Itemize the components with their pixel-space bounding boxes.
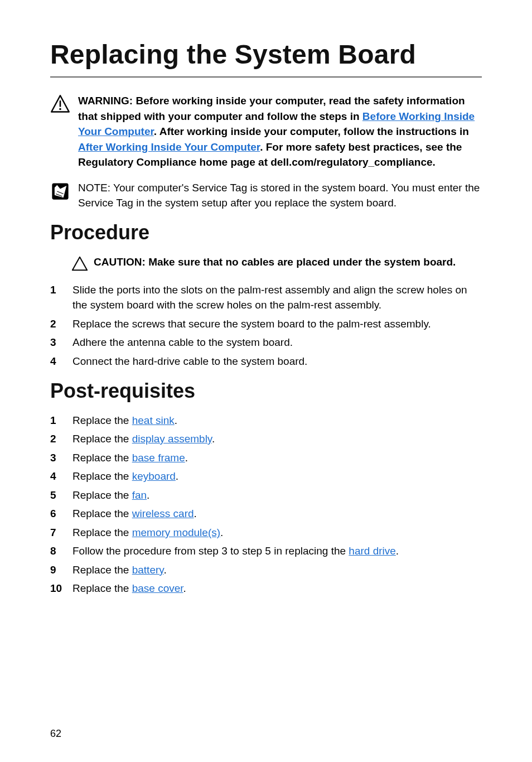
step-text: Replace the base cover. [72, 581, 482, 596]
list-item: 7Replace the memory module(s). [50, 525, 482, 541]
svg-marker-6 [72, 257, 87, 270]
postreq-prefix: Replace the [72, 433, 132, 445]
step-text: Replace the wireless card. [72, 506, 482, 522]
fan-link[interactable]: fan [132, 489, 147, 501]
list-item: 4Replace the keyboard. [50, 469, 482, 484]
list-item: 9Replace the battery. [50, 562, 482, 578]
warning-label: WARNING: [78, 95, 136, 107]
list-item: 6Replace the wireless card. [50, 506, 482, 522]
step-text: Replace the battery. [72, 562, 482, 578]
step-number: 2 [50, 316, 72, 332]
step-number: 3 [50, 335, 72, 350]
warning-callout: WARNING: Before working inside your comp… [50, 93, 482, 170]
period: . [212, 433, 215, 445]
step-text: Replace the keyboard. [72, 469, 482, 484]
page-number: 62 [50, 728, 61, 740]
list-item: 1Slide the ports into the slots on the p… [50, 282, 482, 313]
step-text: Replace the fan. [72, 488, 482, 503]
postreq-prefix: Replace the [72, 508, 132, 519]
step-text: Slide the ports into the slots on the pa… [72, 282, 482, 313]
memory-modules-link[interactable]: memory module(s) [132, 527, 220, 538]
step-text: Replace the screws that secure the syste… [72, 316, 482, 332]
postreq-prefix: Replace the [72, 452, 132, 464]
step-number: 10 [50, 581, 72, 596]
postreq-prefix: Replace the [72, 582, 132, 594]
step-number: 5 [50, 488, 72, 503]
battery-link[interactable]: battery [132, 564, 164, 576]
note-icon [50, 181, 70, 201]
step-text: Adhere the antenna cable to the system b… [72, 335, 482, 350]
step-text: Follow the procedure from step 3 to step… [72, 543, 482, 559]
list-item: 1Replace the heat sink. [50, 413, 482, 428]
step-number: 6 [50, 506, 72, 522]
list-item: 4Connect the hard-drive cable to the sys… [50, 354, 482, 369]
note-callout: NOTE: Your computer's Service Tag is sto… [50, 180, 482, 211]
step-number: 3 [50, 450, 72, 466]
note-label: NOTE: [78, 182, 113, 194]
procedure-list: 1Slide the ports into the slots on the p… [50, 282, 482, 369]
period: . [175, 414, 177, 426]
warning-icon [50, 94, 70, 114]
period: . [396, 545, 399, 557]
caution-icon [71, 255, 88, 272]
caution-text: CAUTION: Make sure that no cables are pl… [94, 254, 482, 270]
list-item: 2Replace the display assembly. [50, 431, 482, 447]
step-text: Replace the heat sink. [72, 413, 482, 428]
list-item: 3Adhere the antenna cable to the system … [50, 335, 482, 350]
postreq-heading: Post-requisites [50, 379, 482, 403]
base-cover-link[interactable]: base cover [132, 582, 183, 594]
postreq-prefix: Replace the [72, 527, 132, 538]
list-item: 10Replace the base cover. [50, 581, 482, 596]
hard-drive-link[interactable]: hard drive [349, 545, 396, 557]
base-frame-link[interactable]: base frame [132, 452, 185, 464]
procedure-heading: Procedure [50, 221, 482, 244]
step-text: Connect the hard-drive cable to the syst… [72, 354, 482, 369]
heat-sink-link[interactable]: heat sink [132, 414, 175, 426]
postreq-prefix: Replace the [72, 470, 132, 482]
step-number: 8 [50, 543, 72, 559]
step-number: 1 [50, 413, 72, 428]
postreq-prefix: Replace the [72, 414, 132, 426]
page-title: Replacing the System Board [50, 39, 482, 78]
step-number: 4 [50, 469, 72, 484]
list-item: 3Replace the base frame. [50, 450, 482, 466]
warning-link2[interactable]: After Working Inside Your Computer [78, 141, 260, 153]
list-item: 5Replace the fan. [50, 488, 482, 503]
postreq-prefix: Replace the [72, 564, 132, 576]
step-number: 1 [50, 282, 72, 298]
step-number: 4 [50, 354, 72, 369]
step-text: Replace the base frame. [72, 450, 482, 466]
svg-point-2 [59, 108, 61, 110]
keyboard-link[interactable]: keyboard [132, 470, 176, 482]
step-text: Replace the memory module(s). [72, 525, 482, 541]
postreq-prefix: Follow the procedure from step 3 to step… [72, 545, 349, 557]
warning-text: WARNING: Before working inside your comp… [78, 93, 482, 170]
note-text: NOTE: Your computer's Service Tag is sto… [78, 180, 482, 211]
step-text: Replace the display assembly. [72, 431, 482, 447]
list-item: 8Follow the procedure from step 3 to ste… [50, 543, 482, 559]
period: . [147, 489, 149, 501]
warning-part2: . After working inside your computer, fo… [154, 126, 469, 137]
list-item: 2Replace the screws that secure the syst… [50, 316, 482, 332]
display-assembly-link[interactable]: display assembly [132, 433, 212, 445]
step-number: 7 [50, 525, 72, 541]
period: . [183, 582, 186, 594]
step-number: 9 [50, 562, 72, 578]
postreq-list: 1Replace the heat sink. 2Replace the dis… [50, 413, 482, 596]
period: . [176, 470, 178, 482]
note-body: Your computer's Service Tag is stored in… [78, 182, 480, 209]
period: . [220, 527, 223, 538]
period: . [185, 452, 188, 464]
step-number: 2 [50, 431, 72, 447]
postreq-prefix: Replace the [72, 489, 132, 501]
wireless-card-link[interactable]: wireless card [132, 508, 194, 519]
caution-callout: CAUTION: Make sure that no cables are pl… [71, 254, 482, 272]
period: . [163, 564, 166, 576]
period: . [194, 508, 197, 519]
